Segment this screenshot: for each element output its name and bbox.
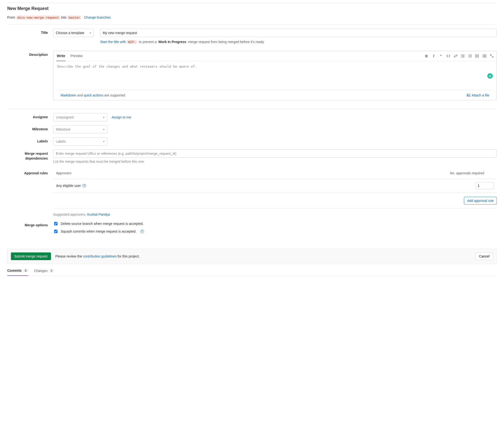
svg-rect-10 <box>469 56 471 56</box>
suggested-approver-link[interactable]: Kushal Pandya <box>87 213 110 216</box>
template-select-value: Choose a template <box>56 31 84 35</box>
deps-input[interactable]: Enter merge request URLs or references (… <box>53 149 497 158</box>
svg-rect-3 <box>462 55 464 55</box>
wip-hint-link[interactable]: Start the title with WIP: <box>100 40 138 44</box>
quote-icon[interactable]: ” <box>439 54 443 58</box>
tab-commits[interactable]: Commits 2 <box>7 269 28 276</box>
chevron-down-icon: ▾ <box>103 128 105 131</box>
delete-branch-label: Delete source branch when merge request … <box>61 222 143 226</box>
editor-toolbar: B I ” 123 <box>425 54 494 58</box>
svg-rect-13 <box>475 56 476 56</box>
branch-line: From docs-new-merge-request into master … <box>7 16 497 19</box>
description-label: Description <box>7 51 53 57</box>
svg-point-2 <box>461 57 461 57</box>
milestone-label: Milestone <box>7 125 53 131</box>
svg-rect-17 <box>477 57 479 57</box>
cancel-button[interactable]: Cancel <box>475 252 493 260</box>
add-approval-rule-button[interactable]: Add approval rule <box>464 197 497 205</box>
tab-write[interactable]: Write <box>56 51 66 61</box>
title-input[interactable]: My new merge request <box>100 29 497 37</box>
title-input-value: My new merge request <box>103 31 137 35</box>
submit-button[interactable]: Submit merge request <box>11 252 51 260</box>
svg-point-0 <box>461 54 461 55</box>
help-icon[interactable]: ? <box>82 184 86 188</box>
review-guidelines-text: Please review the contribution guideline… <box>55 254 140 258</box>
chevron-down-icon: ▾ <box>103 140 105 143</box>
title-label: Title <box>7 29 53 34</box>
target-branch-chip: master <box>67 16 81 20</box>
approval-rule-name: Any eligible user <box>56 184 81 188</box>
deps-help: List the merge requests that must be mer… <box>53 159 497 163</box>
approvals-label: Approval rules <box>7 169 53 175</box>
svg-rect-15 <box>477 55 479 55</box>
svg-rect-12 <box>475 54 476 55</box>
approvals-required-input[interactable] <box>475 182 494 189</box>
from-label: From <box>7 16 15 19</box>
description-editor: Write Preview B I ” 123 <box>53 51 497 100</box>
labels-select[interactable]: Labels ▾ <box>53 137 107 145</box>
italic-icon[interactable]: I <box>432 54 436 58</box>
description-textarea[interactable]: Describe the goal of the changes and wha… <box>53 61 497 90</box>
change-branches-link[interactable]: Change branches <box>84 16 111 19</box>
assign-to-me-link[interactable]: Assign to me <box>112 115 131 119</box>
grammarly-icon[interactable]: G <box>487 73 493 79</box>
required-col: No. approvals required <box>450 171 484 175</box>
tab-changes[interactable]: Changes 3 <box>34 269 54 276</box>
page-title: New Merge Request <box>7 6 497 11</box>
ol-icon[interactable]: 123 <box>468 54 472 58</box>
labels-label: Labels <box>7 137 53 143</box>
contribution-guidelines-link[interactable]: contribution guidelines <box>83 254 116 258</box>
code-icon[interactable] <box>446 54 450 58</box>
image-icon <box>467 94 470 97</box>
squash-label: Squash commits when merge request is acc… <box>61 229 137 233</box>
svg-rect-4 <box>462 56 464 56</box>
approval-rule-row: Any eligible user ? <box>53 179 497 193</box>
tab-preview[interactable]: Preview <box>70 51 83 61</box>
deps-label: Merge requestdependencies <box>7 149 53 161</box>
into-label: into <box>61 16 67 19</box>
merge-options-label: Merge options <box>7 221 53 227</box>
delete-branch-checkbox[interactable] <box>54 222 58 225</box>
fullscreen-icon[interactable] <box>490 54 494 58</box>
svg-rect-22 <box>467 94 470 97</box>
ul-icon[interactable] <box>461 54 465 58</box>
suggested-approvers: Suggested approvers: Kushal Pandya <box>53 208 497 216</box>
markdown-support-text: Markdown and quick actions are supported <box>61 93 125 97</box>
milestone-select[interactable]: Milestone ▾ <box>53 125 107 133</box>
svg-text:3: 3 <box>468 57 469 58</box>
link-icon[interactable] <box>454 54 457 58</box>
svg-rect-11 <box>469 57 471 57</box>
help-icon[interactable]: ? <box>140 230 144 233</box>
quick-actions-link[interactable]: quick actions <box>84 93 103 97</box>
markdown-link[interactable]: Markdown <box>61 93 76 97</box>
changes-count-badge: 3 <box>49 269 54 272</box>
svg-point-1 <box>461 56 461 56</box>
template-select[interactable]: Choose a template ▾ <box>53 29 94 37</box>
bottom-tabs: Commits 2 Changes 3 <box>7 264 497 276</box>
bold-icon[interactable]: B <box>425 54 428 58</box>
submit-bar: Submit merge request Please review the c… <box>7 249 497 264</box>
squash-checkbox[interactable] <box>54 230 58 233</box>
svg-point-23 <box>468 94 468 95</box>
chevron-down-icon: ▾ <box>103 116 105 119</box>
svg-rect-9 <box>469 55 471 55</box>
source-branch-chip: docs-new-merge-request <box>16 16 60 20</box>
task-list-icon[interactable] <box>475 54 479 58</box>
assignee-label: Assignee <box>7 113 53 119</box>
attach-file-button[interactable]: Attach a file <box>467 93 489 97</box>
assignee-select[interactable]: Unassigned ▾ <box>53 113 107 121</box>
table-icon[interactable] <box>483 54 486 58</box>
commits-count-badge: 2 <box>23 269 28 272</box>
chevron-down-icon: ▾ <box>90 32 91 34</box>
svg-rect-5 <box>462 57 464 57</box>
approvers-col: Approvers <box>56 171 72 175</box>
svg-rect-14 <box>475 57 476 57</box>
svg-rect-16 <box>477 56 479 56</box>
